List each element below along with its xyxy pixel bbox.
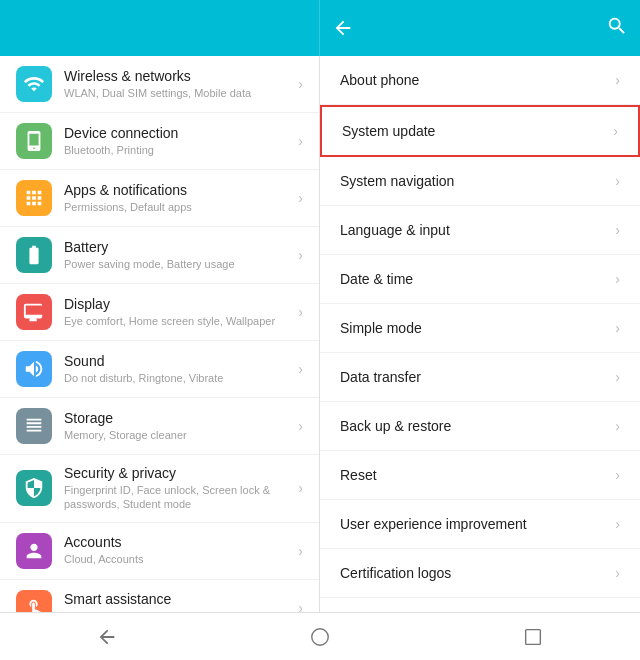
system-item-label-navigation: System navigation [340, 173, 615, 189]
top-bar [0, 0, 640, 56]
system-item-label-certification: Certification logos [340, 565, 615, 581]
settings-item-title-apps: Apps & notifications [64, 182, 294, 198]
system-item-transfer[interactable]: Data transfer › [320, 353, 640, 402]
system-item-label-datetime: Date & time [340, 271, 615, 287]
system-item-navigation[interactable]: System navigation › [320, 157, 640, 206]
nav-recent-button[interactable] [509, 613, 557, 661]
system-chevron-icon: › [615, 173, 620, 189]
system-chevron-icon: › [613, 123, 618, 139]
bottom-nav [0, 612, 640, 660]
settings-item-title-storage: Storage [64, 410, 294, 426]
settings-item-display[interactable]: Display Eye comfort, Home screen style, … [0, 284, 319, 341]
settings-item-subtitle-storage: Memory, Storage cleaner [64, 428, 294, 442]
settings-item-security[interactable]: Security & privacy Fingerprint ID, Face … [0, 455, 319, 523]
system-item-reset[interactable]: Reset › [320, 451, 640, 500]
system-chevron-icon: › [615, 369, 620, 385]
chevron-icon: › [298, 600, 303, 612]
system-item-label-update: System update [342, 123, 613, 139]
system-item-label-backup: Back up & restore [340, 418, 615, 434]
system-chevron-icon: › [615, 467, 620, 483]
system-item-label-transfer: Data transfer [340, 369, 615, 385]
system-chevron-icon: › [615, 72, 620, 88]
wifi-icon [16, 66, 52, 102]
right-header [320, 0, 640, 56]
storage-icon [16, 408, 52, 444]
settings-item-subtitle-accounts: Cloud, Accounts [64, 552, 294, 566]
nav-home-button[interactable] [296, 613, 344, 661]
system-chevron-icon: › [615, 516, 620, 532]
settings-item-title-display: Display [64, 296, 294, 312]
smart-icon [16, 590, 52, 612]
settings-item-subtitle-sound: Do not disturb, Ringtone, Vibrate [64, 371, 294, 385]
system-chevron-icon: › [615, 271, 620, 287]
settings-item-accounts[interactable]: Accounts Cloud, Accounts › [0, 523, 319, 580]
settings-item-subtitle-wireless: WLAN, Dual SIM settings, Mobile data [64, 86, 294, 100]
left-panel: Wireless & networks WLAN, Dual SIM setti… [0, 56, 320, 612]
settings-item-storage[interactable]: Storage Memory, Storage cleaner › [0, 398, 319, 455]
chevron-icon: › [298, 304, 303, 320]
right-panel: About phone › System update › System nav… [320, 56, 640, 612]
sound-icon [16, 351, 52, 387]
back-button[interactable] [332, 17, 354, 39]
system-item-datetime[interactable]: Date & time › [320, 255, 640, 304]
system-item-simple[interactable]: Simple mode › [320, 304, 640, 353]
settings-item-title-device: Device connection [64, 125, 294, 141]
settings-item-apps[interactable]: Apps & notifications Permissions, Defaul… [0, 170, 319, 227]
chevron-icon: › [298, 133, 303, 149]
chevron-icon: › [298, 418, 303, 434]
settings-item-wireless[interactable]: Wireless & networks WLAN, Dual SIM setti… [0, 56, 319, 113]
system-item-label-experience: User experience improvement [340, 516, 615, 532]
settings-item-subtitle-device: Bluetooth, Printing [64, 143, 294, 157]
settings-item-title-wireless: Wireless & networks [64, 68, 294, 84]
system-chevron-icon: › [615, 222, 620, 238]
chevron-icon: › [298, 543, 303, 559]
settings-item-title-sound: Sound [64, 353, 294, 369]
system-item-label-about: About phone [340, 72, 615, 88]
settings-item-title-accounts: Accounts [64, 534, 294, 550]
chevron-icon: › [298, 190, 303, 206]
svg-rect-1 [526, 629, 541, 644]
chevron-icon: › [298, 76, 303, 92]
system-item-backup[interactable]: Back up & restore › [320, 402, 640, 451]
system-item-language[interactable]: Language & input › [320, 206, 640, 255]
system-item-label-simple: Simple mode [340, 320, 615, 336]
settings-item-subtitle-security: Fingerprint ID, Face unlock, Screen lock… [64, 483, 294, 512]
search-icon[interactable] [606, 15, 628, 42]
accounts-icon [16, 533, 52, 569]
settings-item-subtitle-apps: Permissions, Default apps [64, 200, 294, 214]
svg-point-0 [312, 628, 329, 645]
security-icon [16, 470, 52, 506]
settings-item-title-smart: Smart assistance [64, 591, 294, 607]
nav-back-button[interactable] [83, 613, 131, 661]
settings-item-subtitle-smart: Accessibility, HiTouch, Motion control [64, 609, 294, 612]
content-area: Wireless & networks WLAN, Dual SIM setti… [0, 56, 640, 612]
system-chevron-icon: › [615, 565, 620, 581]
settings-item-subtitle-display: Eye comfort, Home screen style, Wallpape… [64, 314, 294, 328]
chevron-icon: › [298, 361, 303, 377]
settings-item-sound[interactable]: Sound Do not disturb, Ringtone, Vibrate … [0, 341, 319, 398]
left-header [0, 0, 320, 56]
chevron-icon: › [298, 247, 303, 263]
device-icon [16, 123, 52, 159]
system-item-experience[interactable]: User experience improvement › [320, 500, 640, 549]
system-item-label-reset: Reset [340, 467, 615, 483]
settings-item-smart[interactable]: Smart assistance Accessibility, HiTouch,… [0, 580, 319, 612]
apps-icon [16, 180, 52, 216]
chevron-icon: › [298, 480, 303, 496]
settings-item-title-security: Security & privacy [64, 465, 294, 481]
system-item-update[interactable]: System update › [320, 105, 640, 157]
display-icon [16, 294, 52, 330]
system-chevron-icon: › [615, 418, 620, 434]
battery-icon [16, 237, 52, 273]
settings-item-subtitle-battery: Power saving mode, Battery usage [64, 257, 294, 271]
system-item-label-language: Language & input [340, 222, 615, 238]
settings-item-device[interactable]: Device connection Bluetooth, Printing › [0, 113, 319, 170]
settings-item-battery[interactable]: Battery Power saving mode, Battery usage… [0, 227, 319, 284]
settings-item-title-battery: Battery [64, 239, 294, 255]
system-chevron-icon: › [615, 320, 620, 336]
system-item-about[interactable]: About phone › [320, 56, 640, 105]
system-item-certification[interactable]: Certification logos › [320, 549, 640, 598]
